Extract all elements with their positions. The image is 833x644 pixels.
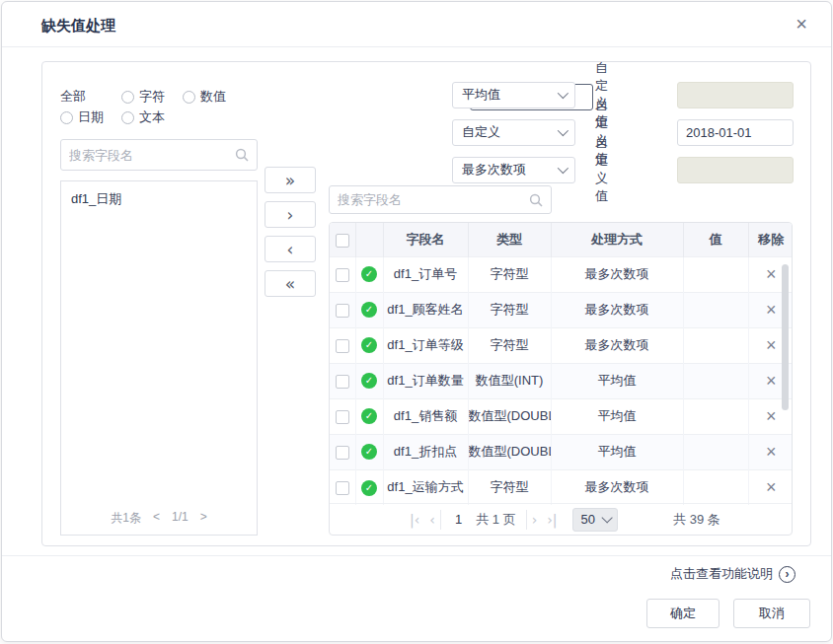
method-cell: 最多次数项 [551,256,683,292]
status-ok-icon: ✓ [361,408,377,424]
field-type-cell: 字符型 [468,292,551,327]
prev-page-icon[interactable]: ‹ [424,512,440,528]
table-search-input[interactable] [338,192,529,207]
field-name-cell: df1_订单号 [383,256,468,292]
remove-icon[interactable]: × [766,407,777,425]
first-page-icon[interactable]: |‹ [405,512,424,528]
value-cell [683,292,748,327]
value-cell [683,469,748,505]
list-next-icon[interactable]: > [200,510,207,527]
move-all-right-button[interactable]: » [265,167,316,193]
status-ok-icon: ✓ [361,337,377,353]
confirm-button[interactable]: 确定 [646,599,719,628]
select-all-checkbox[interactable] [336,234,349,248]
table-row: ✓ df1_运输方式 字符型 最多次数项 × [330,469,793,505]
date-custom-value-input[interactable] [677,119,794,146]
left-search-input[interactable] [69,148,235,163]
row-checkbox[interactable] [336,268,349,282]
list-item[interactable]: df1_日期 [61,181,257,214]
column-header-remove: 移除 [748,223,793,256]
method-cell: 最多次数项 [551,292,683,327]
table-search-box [329,185,552,214]
method-cell: 平均值 [551,398,683,434]
field-name-cell: df1_订单等级 [383,327,468,363]
dialog-title: 缺失值处理 [41,17,115,36]
close-icon[interactable]: × [795,14,807,34]
help-link[interactable]: 点击查看功能说明 › [670,565,795,583]
page-indicator-group: 1 共 1 页 [440,510,527,530]
remove-icon[interactable]: × [766,265,777,283]
total-pages: 共 1 页 [476,511,521,529]
radio-label: 日期 [78,108,104,126]
radio-label: 文本 [139,108,165,126]
dialog-header: 缺失值处理 × [2,2,831,47]
table-row: ✓ df1_订单等级 字符型 最多次数项 × [330,327,793,363]
row-checkbox[interactable] [336,446,349,460]
status-ok-icon: ✓ [361,480,377,496]
radio-icon[interactable] [183,91,195,104]
radio-all[interactable]: 全部 [60,88,121,106]
table-pagination: |‹ ‹ 1 共 1 页 › ›| 50 共 39 条 [330,503,792,535]
cancel-button[interactable]: 取消 [733,599,810,628]
search-icon [529,193,543,207]
list-pagination: 共1条 < 1/1 > [61,510,257,527]
radio-string[interactable]: 字符 [121,88,183,106]
radio-date[interactable]: 日期 [60,108,121,126]
string-batch-select[interactable]: 最多次数项 [452,157,575,183]
radio-text[interactable]: 文本 [121,108,183,126]
move-left-button[interactable]: ‹ [265,236,316,262]
value-cell [683,398,748,434]
chevron-down-icon [558,125,568,136]
radio-icon[interactable] [121,111,134,124]
remove-icon[interactable]: × [766,336,777,354]
remove-icon[interactable]: × [766,478,777,496]
missing-value-dialog: 缺失值处理 × 全部 字符 数值 日期 文本 [1,1,832,642]
status-column-header [355,223,383,256]
left-search-box [60,139,258,171]
value-cell [683,363,748,398]
content-panel: 全部 字符 数值 日期 文本 [41,61,811,546]
radio-numeric[interactable]: 数值 [183,88,248,106]
numeric-custom-value-input [677,82,794,108]
row-checkbox[interactable] [336,339,349,353]
remove-icon[interactable]: × [766,301,777,319]
column-header-value: 值 [683,223,748,256]
last-page-icon[interactable]: ›| [542,512,562,528]
radio-label: 字符 [139,88,165,106]
move-all-left-button[interactable]: « [265,270,316,297]
select-value: 最多次数项 [462,161,558,179]
table-row: ✓ df1_订单号 字符型 最多次数项 × [330,256,793,292]
radio-icon[interactable] [60,111,73,124]
list-count: 共1条 [111,510,141,527]
field-type-cell: 字符型 [468,469,551,505]
help-label: 点击查看功能说明 [670,565,773,583]
next-page-icon[interactable]: › [527,512,543,528]
date-batch-select[interactable]: 自定义 [452,119,575,146]
row-checkbox[interactable] [336,410,349,424]
select-value: 自定义 [462,123,558,141]
chevron-down-icon [558,88,568,99]
table-scrollbar[interactable] [782,264,789,410]
help-arrow-icon: › [779,566,795,583]
field-type-cell: 字符型 [468,327,551,363]
status-ok-icon: ✓ [361,373,377,389]
chevron-down-icon [558,163,568,174]
numeric-batch-select[interactable]: 平均值 [452,82,575,108]
remove-icon[interactable]: × [766,443,777,461]
radio-icon[interactable] [121,91,134,104]
row-checkbox[interactable] [336,304,349,318]
remove-icon[interactable]: × [766,372,777,390]
select-value: 平均值 [462,86,558,104]
row-checkbox[interactable] [336,481,349,495]
row-checkbox[interactable] [336,375,349,389]
page-size-select[interactable]: 50 [572,508,618,532]
fields-table: 字段名 类型 处理方式 值 移除 ✓ df1_订单号 字符型 最多次数项 × ✓… [329,222,793,536]
status-ok-icon: ✓ [361,266,377,282]
search-icon [235,148,249,162]
value-cell [683,327,748,363]
total-count: 共 39 条 [673,511,720,529]
list-prev-icon[interactable]: < [153,510,160,527]
column-header-type: 类型 [468,223,551,256]
move-right-button[interactable]: › [265,201,316,228]
field-type-filter: 全部 字符 数值 日期 文本 [60,88,248,126]
